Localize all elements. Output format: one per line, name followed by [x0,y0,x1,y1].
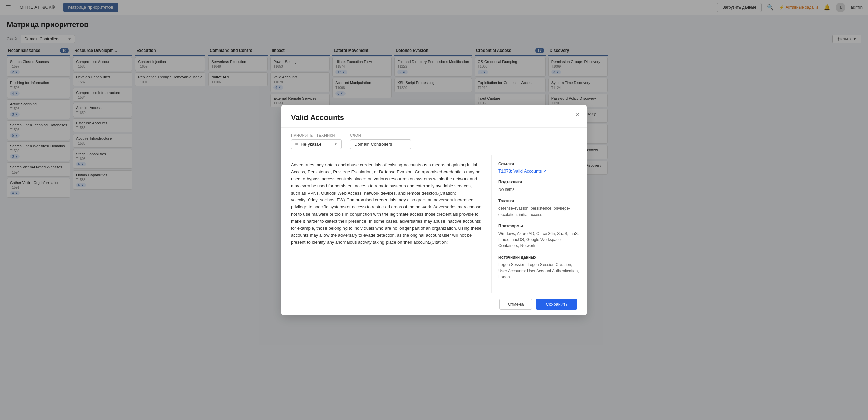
modal-title: Valid Accounts [291,113,577,122]
platforms-section: Платформы Windows, Azure AD, Office 365,… [498,224,580,249]
priority-label: Приоритет техники [291,133,342,137]
layer-group: Слой Domain Controllers [350,133,411,149]
chevron-down-icon: ▼ [334,142,337,146]
save-button[interactable]: Сохранить [536,299,577,310]
subtechniques-value: No items [498,186,580,193]
priority-value: Не указан [301,142,321,147]
datasources-title: Источники данных [498,255,580,260]
modal-header: Valid Accounts × [281,105,587,128]
modal-sidebar: Ссылки T1078: Valid Accounts ↗ Подтехник… [492,155,587,293]
priority-select[interactable]: Не указан ▼ [291,139,342,149]
tactics-title: Тактики [498,199,580,203]
close-button[interactable]: × [576,111,580,118]
modal-layer-input[interactable]: Domain Controllers [350,139,411,149]
priority-group: Приоритет техники Не указан ▼ [291,133,342,149]
subtechniques-section: Подтехники No items [498,180,580,193]
tactics-value: defense-evasion, persistence, privilege-… [498,205,580,218]
tactics-section: Тактики defense-evasion, persistence, pr… [498,199,580,218]
datasources-value: Logon Session: Logon Session Creation, U… [498,262,580,280]
refs-section: Ссылки T1078: Valid Accounts ↗ [498,162,580,174]
ref-link-text: T1078: Valid Accounts [498,168,542,174]
modal-overlay[interactable]: Valid Accounts × Приоритет техники Не ук… [0,0,868,420]
external-link-icon: ↗ [543,169,546,173]
refs-title: Ссылки [498,162,580,166]
subtechniques-title: Подтехники [498,180,580,184]
datasources-section: Источники данных Logon Session: Logon Se… [498,255,580,280]
platforms-title: Платформы [498,224,580,228]
modal-meta: Приоритет техники Не указан ▼ Слой Domai… [281,128,587,155]
modal-layer-label: Слой [350,133,411,137]
modal-description: Adversaries may obtain and abuse credent… [281,155,492,293]
priority-dot [295,143,298,145]
ref-link[interactable]: T1078: Valid Accounts ↗ [498,168,580,174]
platforms-value: Windows, Azure AD, Office 365, SaaS, Iaa… [498,231,580,249]
cancel-button[interactable]: Отмена [499,299,532,310]
modal: Valid Accounts × Приоритет техники Не ук… [281,105,587,315]
modal-body: Adversaries may obtain and abuse credent… [281,155,587,293]
modal-footer: Отмена Сохранить [281,293,587,315]
